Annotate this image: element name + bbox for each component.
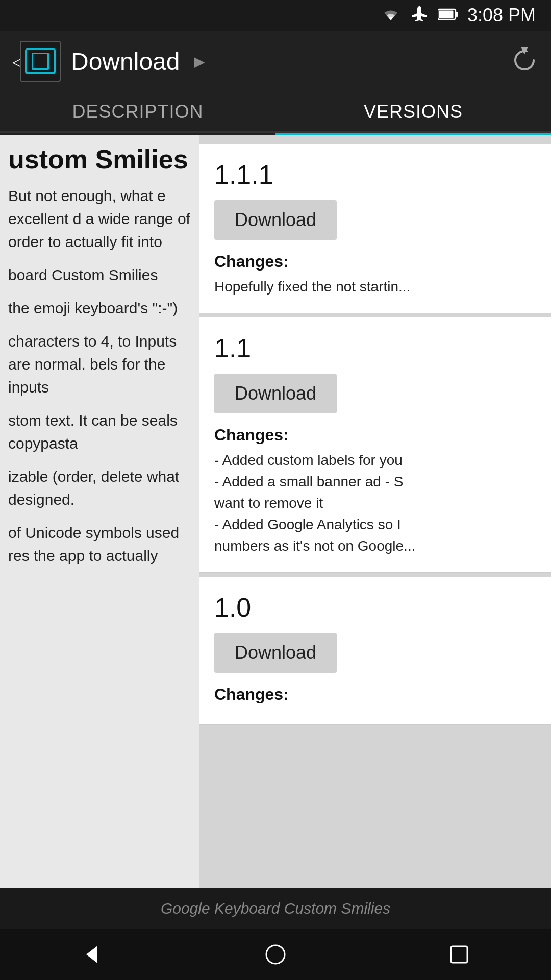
bottom-bar-title: Google Keyboard Custom Smilies (161, 900, 390, 917)
left-panel-desc-3: the emoji keyboard's ":-") (8, 297, 191, 320)
tab-bar: Description Versions (0, 92, 551, 133)
right-panel: 1.1.1 Download Changes: Hopefully fixed … (199, 135, 551, 888)
version-number-1: 1.1.1 (214, 159, 536, 190)
svg-point-5 (266, 945, 285, 964)
version-number-2: 1.1 (214, 333, 536, 363)
nav-home-button[interactable] (255, 934, 296, 975)
status-icons: 3:08 PM (381, 5, 536, 26)
nav-back-button[interactable] (71, 934, 112, 975)
svg-rect-6 (451, 946, 467, 963)
changes-title-2: Changes: (214, 426, 536, 445)
changes-title-3: Changes: (214, 685, 536, 704)
svg-rect-1 (456, 12, 458, 17)
svg-marker-3 (522, 48, 527, 52)
bottom-bar: Google Keyboard Custom Smilies (0, 888, 551, 929)
tab-description[interactable]: Description (0, 92, 276, 131)
app-bar-left: ◁ Download ▶ (12, 41, 205, 82)
download-button-2[interactable]: Download (214, 374, 337, 413)
download-button-3[interactable]: Download (214, 633, 337, 673)
left-panel-desc-7: of Unicode symbols used res the app to a… (8, 521, 191, 567)
svg-marker-4 (86, 946, 97, 963)
changes-text-2: - Added custom labels for you - Added a … (214, 450, 536, 557)
app-bar: ◁ Download ▶ (0, 31, 551, 92)
left-panel-desc-2: board Custom Smilies (8, 263, 191, 286)
wifi-icon (381, 6, 401, 24)
tab-active-indicator (276, 133, 551, 135)
download-button-1[interactable]: Download (214, 200, 337, 240)
svg-rect-2 (439, 11, 453, 18)
left-panel-title: ustom Smilies (8, 145, 191, 174)
version-card-3: 1.0 Download Changes: (199, 577, 551, 725)
app-logo (20, 41, 61, 82)
left-panel-desc-1: But not enough, what e excellent d a wid… (8, 184, 191, 253)
changes-text-1: Hopefully fixed the not startin... (214, 276, 536, 298)
left-panel-desc-4: characters to 4, to Inputs are normal. b… (8, 330, 191, 399)
battery-icon (438, 7, 458, 23)
version-number-3: 1.0 (214, 592, 536, 623)
changes-title-1: Changes: (214, 252, 536, 271)
version-card-2: 1.1 Download Changes: - Added custom lab… (199, 317, 551, 573)
nav-bar (0, 929, 551, 980)
status-time: 3:08 PM (467, 5, 536, 26)
nav-recent-button[interactable] (439, 934, 480, 975)
airplane-icon (410, 5, 429, 26)
tab-indicator-bar (0, 133, 551, 135)
left-panel-desc-6: izable (order, delete what designed. (8, 465, 191, 511)
dropdown-arrow-icon: ▶ (194, 53, 205, 70)
left-panel-desc-5: stom text. It can be seals copypasta (8, 409, 191, 455)
left-panel: ustom Smilies But not enough, what e exc… (0, 135, 199, 888)
app-bar-title: Download (71, 47, 180, 76)
main-content: ustom Smilies But not enough, what e exc… (0, 135, 551, 888)
tab-versions[interactable]: Versions (276, 92, 551, 131)
version-card-1: 1.1.1 Download Changes: Hopefully fixed … (199, 144, 551, 313)
status-bar: 3:08 PM (0, 0, 551, 31)
refresh-icon[interactable] (510, 46, 539, 77)
